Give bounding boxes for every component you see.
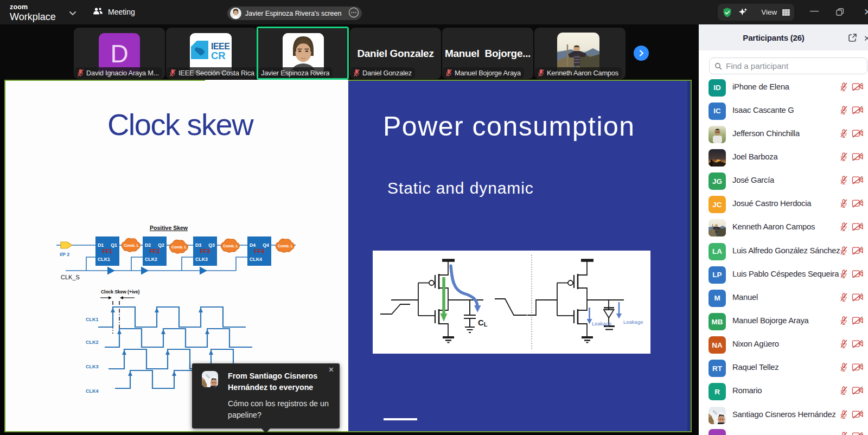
svg-text:CLK3: CLK3 xyxy=(195,257,208,262)
svg-text:Q1: Q1 xyxy=(111,242,117,248)
svg-text:Q3: Q3 xyxy=(208,242,215,248)
svg-text:Q4: Q4 xyxy=(263,242,269,248)
svg-text:Comb. L: Comb. L xyxy=(171,245,187,249)
svg-text:CLK1: CLK1 xyxy=(86,317,99,322)
svg-text:CLK2: CLK2 xyxy=(145,257,157,262)
svg-text:I/P 2: I/P 2 xyxy=(60,252,69,257)
svg-text:Comb. L: Comb. L xyxy=(278,244,293,248)
svg-text:CLK_S: CLK_S xyxy=(61,274,80,280)
svg-text:CL: CL xyxy=(478,318,488,328)
svg-text:D1: D1 xyxy=(98,242,104,248)
svg-text:Comb. L: Comb. L xyxy=(223,244,239,248)
svg-text:FF4: FF4 xyxy=(254,248,265,254)
svg-text:CLK2: CLK2 xyxy=(86,340,99,345)
svg-text:CLK4: CLK4 xyxy=(86,388,99,394)
svg-text:Comb. L: Comb. L xyxy=(124,244,139,247)
svg-text:CLK4: CLK4 xyxy=(250,257,262,262)
svg-text:D3: D3 xyxy=(195,242,201,248)
svg-text:FF1: FF1 xyxy=(103,248,113,254)
svg-text:Leakage: Leakage xyxy=(623,319,643,325)
svg-text:Clock Skew (+ive): Clock Skew (+ive) xyxy=(101,289,139,295)
svg-text:D2: D2 xyxy=(145,242,151,248)
svg-text:FF3: FF3 xyxy=(200,248,210,254)
svg-text:D4: D4 xyxy=(250,242,256,248)
svg-text:FF2: FF2 xyxy=(150,248,160,254)
svg-text:Q2: Q2 xyxy=(158,242,164,248)
svg-text:Positive Skew: Positive Skew xyxy=(150,225,188,231)
svg-text:Leakage: Leakage xyxy=(592,321,611,327)
svg-text:CR: CR xyxy=(211,50,226,61)
svg-text:CLK1: CLK1 xyxy=(98,257,110,262)
svg-text:CLK3: CLK3 xyxy=(86,364,99,369)
